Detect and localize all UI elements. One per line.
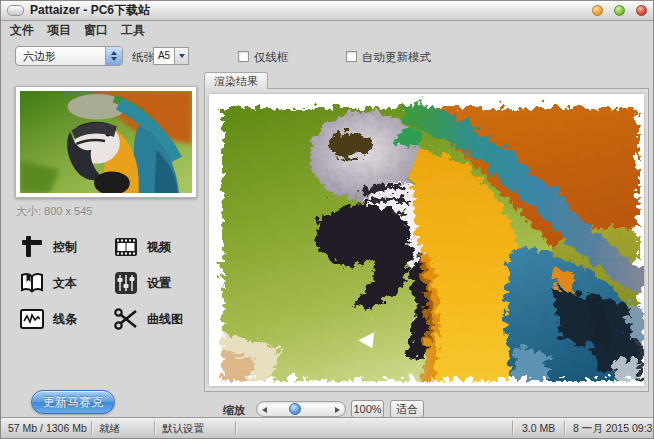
slider-right-arrow-icon[interactable] bbox=[335, 407, 340, 413]
pattern-select[interactable]: 六边形 bbox=[15, 46, 123, 66]
tool-curves[interactable]: 曲线图 bbox=[113, 305, 199, 333]
paper-label: 纸张 bbox=[132, 50, 155, 65]
zoom-slider[interactable] bbox=[256, 401, 346, 417]
tool-video[interactable]: 视频 bbox=[113, 233, 199, 261]
tool-label: 设置 bbox=[147, 275, 171, 292]
menu-file[interactable]: 文件 bbox=[10, 22, 34, 39]
text-icon bbox=[19, 270, 45, 296]
update-mosaic-button[interactable]: 更新马赛克 bbox=[31, 390, 115, 414]
status-state: 就绪 bbox=[99, 422, 120, 436]
autoupdate-checkbox[interactable] bbox=[346, 51, 357, 62]
wireframe-checkbox[interactable] bbox=[238, 51, 249, 62]
video-icon bbox=[113, 234, 139, 260]
zoom-slider-thumb[interactable] bbox=[289, 403, 301, 415]
tool-label: 线条 bbox=[53, 311, 77, 328]
close-button[interactable] bbox=[636, 5, 647, 16]
curves-icon bbox=[113, 306, 139, 332]
paper-select-button[interactable] bbox=[174, 47, 189, 65]
menu-window[interactable]: 窗口 bbox=[84, 22, 108, 39]
tool-label: 文本 bbox=[53, 275, 77, 292]
tool-label: 曲线图 bbox=[147, 311, 183, 328]
chevron-down-icon bbox=[179, 54, 185, 58]
wireframe-label[interactable]: 仅线框 bbox=[254, 50, 289, 65]
slider-left-arrow-icon[interactable] bbox=[262, 407, 267, 413]
pattern-select-value: 六边形 bbox=[23, 50, 56, 62]
settings-icon bbox=[113, 270, 139, 296]
tool-label: 控制 bbox=[53, 239, 77, 256]
fit-button[interactable]: 适合 bbox=[390, 400, 424, 418]
minimize-button[interactable] bbox=[592, 5, 603, 16]
statusbar: 57 Mb / 1306 Mb 就绪 默认设置 3.0 MB 8 一月 2015… bbox=[1, 417, 653, 438]
status-preset: 默认设置 bbox=[162, 422, 204, 436]
autoupdate-label[interactable]: 自动更新模式 bbox=[362, 50, 431, 65]
render-panel bbox=[204, 88, 649, 392]
menubar: 文件 项目 窗口 工具 bbox=[1, 21, 653, 39]
image-size-text: 大小: 800 x 545 bbox=[16, 204, 92, 219]
render-paper bbox=[209, 94, 644, 386]
status-filesize: 3.0 MB bbox=[522, 422, 555, 434]
zoom-value-button[interactable]: 100% bbox=[351, 400, 384, 418]
zoom-label: 缩放 bbox=[223, 403, 245, 418]
control-icon bbox=[19, 234, 45, 260]
titlebar[interactable]: Pattaizer - PC6下载站 bbox=[1, 1, 653, 21]
status-datetime: 8 一月 2015 09:35 bbox=[573, 422, 654, 436]
tool-label: 视频 bbox=[147, 239, 171, 256]
tool-control[interactable]: 控制 bbox=[19, 233, 105, 261]
status-memory: 57 Mb / 1306 Mb bbox=[8, 422, 87, 434]
menu-tools[interactable]: 工具 bbox=[121, 22, 145, 39]
lines-icon bbox=[19, 306, 45, 332]
app-icon bbox=[7, 5, 24, 16]
menu-project[interactable]: 项目 bbox=[47, 22, 71, 39]
maximize-button[interactable] bbox=[614, 5, 625, 16]
tool-settings[interactable]: 设置 bbox=[113, 269, 199, 297]
paper-select[interactable]: A5 bbox=[153, 47, 175, 65]
window-title: Pattaizer - PC6下载站 bbox=[30, 1, 150, 20]
tab-render-result[interactable]: 渲染结果 bbox=[204, 72, 268, 89]
source-image-preview bbox=[15, 86, 197, 198]
tool-text[interactable]: 文本 bbox=[19, 269, 105, 297]
stepper-icon[interactable] bbox=[105, 47, 122, 65]
parrot-photo bbox=[20, 91, 192, 193]
mosaic-render bbox=[209, 94, 644, 386]
app-window: Pattaizer - PC6下载站 文件 项目 窗口 工具 六边形 纸张 A5… bbox=[0, 0, 654, 439]
tool-lines[interactable]: 线条 bbox=[19, 305, 105, 333]
